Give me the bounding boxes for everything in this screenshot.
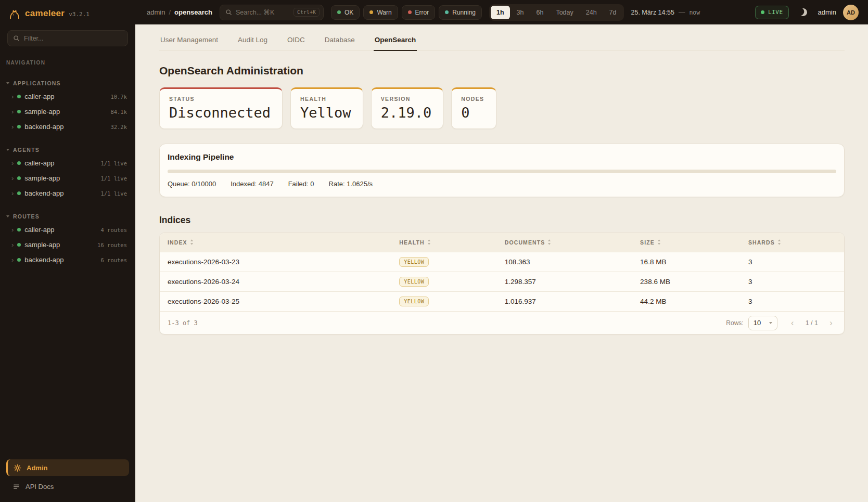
avatar[interactable]: AD [843,5,859,20]
sidebar-item-api-docs[interactable]: API Docs [6,478,129,495]
sort-icon [657,239,661,245]
nav-item-agent-caller-app[interactable]: › caller-app 1/1 live [0,156,135,171]
filter-ok[interactable]: OK [331,5,360,20]
pipeline-stats: Queue: 0/10000 Indexed: 4847 Failed: 0 R… [168,180,836,188]
range-6h[interactable]: 6h [530,6,549,19]
sidebar: cameleer v3.2.1 NAVIGATION APPLICATIONS … [0,0,135,502]
breadcrumb-admin[interactable]: admin [147,8,165,16]
cell-health: YELLOW [399,252,505,272]
col-shards[interactable]: SHARDS [748,233,844,252]
status-dot [17,161,21,165]
routes-badge: 4 routes [100,227,127,233]
prev-page-button[interactable]: ‹ [786,317,799,329]
chevron-right-icon: › [11,160,14,166]
table-row: executions-2026-03-24 YELLOW 1.298.357 2… [160,272,844,291]
count-badge: 84.1k [110,109,127,115]
nav-item-route-sample-app[interactable]: › sample-app 16 routes [0,237,135,252]
pagination-controls: Rows: 10 ‹ 1 / 1 › [726,316,837,330]
search-input[interactable] [236,9,290,16]
cell-shards: 3 [748,291,844,311]
filter-running[interactable]: Running [439,5,482,20]
cell-documents: 1.016.937 [505,291,640,311]
cameleer-logo-icon [8,8,21,21]
live-badge: 1/1 live [100,190,127,197]
nav-item-agent-backend-app[interactable]: › backend-app 1/1 live [0,186,135,201]
tab-audit-log[interactable]: Audit Log [237,32,269,50]
stat-card-nodes: NODES 0 [451,87,496,129]
warn-dot [369,10,373,14]
cell-size: 44.2 MB [640,291,748,311]
section-agents[interactable]: AGENTS [0,144,135,156]
filter-input[interactable] [24,35,122,42]
app-version: v3.2.1 [69,11,90,18]
tab-user-management[interactable]: User Management [159,32,219,50]
sidebar-item-admin[interactable]: Admin [6,459,129,476]
nav-item-app-sample-app[interactable]: › sample-app 84.1k [0,104,135,119]
range-3h[interactable]: 3h [511,6,530,19]
pipeline-queue: Queue: 0/10000 [168,180,216,188]
date-start: 25. März 14:55 [631,9,674,16]
stat-card-health: HEALTH Yellow [290,87,363,129]
nav-item-app-backend-app[interactable]: › backend-app 32.2k [0,119,135,134]
sidebar-filter[interactable] [7,30,128,46]
dark-mode-toggle[interactable] [796,5,811,20]
chevron-right-icon: › [11,190,14,197]
range-7d[interactable]: 7d [604,6,622,19]
shortcut-badge: Ctrl+K [293,8,320,17]
status-dot [17,228,21,231]
status-dot [17,110,21,113]
tab-oidc[interactable]: OIDC [286,32,306,50]
nav-item-route-backend-app[interactable]: › backend-app 6 routes [0,252,135,267]
cell-index: executions-2026-03-24 [160,272,399,291]
date-range[interactable]: 25. März 14:55 — now [631,9,700,16]
live-indicator[interactable]: LIVE [755,6,789,19]
date-end: now [689,9,700,16]
caret-down-icon [6,215,9,217]
running-dot [445,10,449,14]
pipeline-failed: Failed: 0 [288,180,314,188]
count-badge: 32.2k [110,124,127,130]
cell-shards: 3 [748,272,844,291]
tab-database[interactable]: Database [324,32,356,50]
chevron-right-icon: › [11,241,14,248]
app-logo[interactable]: cameleer v3.2.1 [0,0,135,26]
sidebar-footer: Admin API Docs [6,459,129,495]
section-applications[interactable]: APPLICATIONS [0,77,135,89]
global-search[interactable]: Ctrl+K [220,5,324,20]
filter-error[interactable]: Error [402,5,436,20]
caret-down-icon [6,82,9,84]
filter-warn[interactable]: Warn [363,5,398,20]
nav-item-route-caller-app[interactable]: › caller-app 4 routes [0,222,135,237]
navigation-label: NAVIGATION [6,60,127,66]
rows-per-page-select[interactable]: 10 [748,316,777,330]
tab-opensearch[interactable]: OpenSearch [374,32,417,50]
nav-item-agent-sample-app[interactable]: › sample-app 1/1 live [0,171,135,186]
pipeline-title: Indexing Pipeline [168,152,836,162]
nav-item-app-caller-app[interactable]: › caller-app 10.7k [0,89,135,104]
table-footer: 1-3 of 3 Rows: 10 ‹ 1 / 1 › [160,311,844,334]
routes-badge: 6 routes [100,257,127,263]
col-size[interactable]: SIZE [640,233,748,252]
rows-label: Rows: [726,319,743,327]
indices-table-card: INDEX HEALTH DOCUMENTS SIZE SHARDS execu… [159,233,845,334]
status-filters: OK Warn Error Running [331,5,482,20]
pipeline-progress-bar [168,170,836,173]
col-documents[interactable]: DOCUMENTS [505,233,640,252]
chevron-right-icon: › [11,226,14,233]
sidebar-nav: APPLICATIONS › caller-app 10.7k › sample… [0,68,135,455]
col-index[interactable]: INDEX [160,233,399,252]
stat-cards: STATUS Disconnected HEALTH Yellow VERSIO… [159,87,845,129]
col-health[interactable]: HEALTH [399,233,505,252]
section-routes[interactable]: ROUTES [0,210,135,222]
admin-tabs: User Management Audit Log OIDC Database … [159,24,845,51]
chevron-right-icon: › [11,175,14,182]
range-1h[interactable]: 1h [491,6,510,19]
chevron-right-icon: › [11,93,14,100]
sort-icon [777,239,781,245]
range-24h[interactable]: 24h [580,6,603,19]
breadcrumb-current[interactable]: opensearch [174,8,212,16]
breadcrumb: admin / opensearch [147,8,212,16]
range-today[interactable]: Today [550,6,579,19]
cell-health: YELLOW [399,272,505,291]
next-page-button[interactable]: › [825,317,837,329]
